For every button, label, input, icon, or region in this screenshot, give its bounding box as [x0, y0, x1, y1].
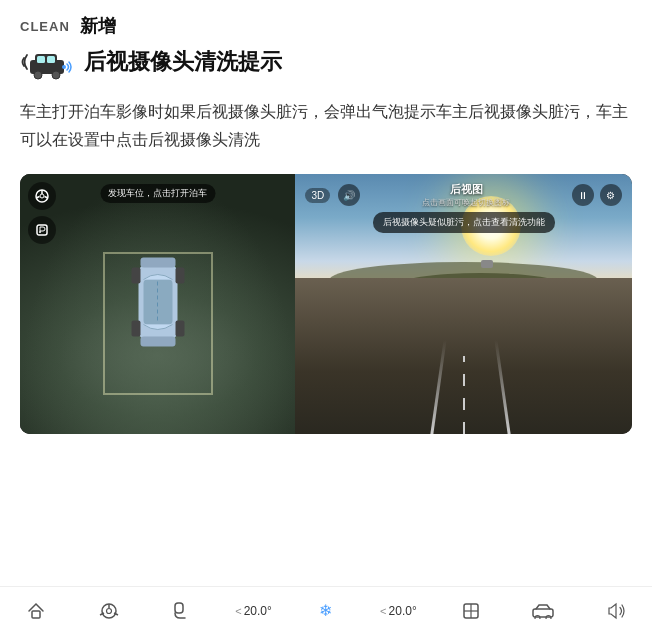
- svg-point-4: [34, 71, 42, 79]
- view-label-group: 后视图 点击画面可唤起切换图标: [422, 182, 510, 208]
- svg-point-6: [62, 65, 66, 69]
- right-top-bar: 3D 🔊 后视图 点击画面可唤起切换图标 ⏸ ⚙: [295, 182, 632, 208]
- right-top-left: 3D 🔊: [305, 184, 360, 206]
- road-line-right: [495, 340, 511, 434]
- temp-right-value: 20.0°: [389, 604, 417, 618]
- rear-view-sublabel: 点击画面可唤起切换图标: [422, 197, 510, 208]
- warning-toast[interactable]: 后视摄像头疑似脏污，点击查看清洗功能: [373, 212, 555, 233]
- svg-rect-16: [140, 258, 175, 268]
- right-panel: 3D 🔊 后视图 点击画面可唤起切换图标 ⏸ ⚙ 后视摄像头疑似脏污，点击查看清…: [295, 174, 632, 434]
- road-line-left: [430, 340, 446, 434]
- feature-title: 后视摄像头清洗提示: [84, 47, 282, 77]
- pause-button[interactable]: ⏸: [572, 184, 594, 206]
- nav-ac[interactable]: ❄: [290, 601, 362, 620]
- screenshot-container: 发现车位，点击打开泊车: [20, 174, 632, 434]
- temp-left-value: 20.0°: [244, 604, 272, 618]
- nav-window[interactable]: [435, 601, 507, 621]
- svg-rect-20: [131, 321, 140, 337]
- road-surface: [295, 278, 632, 434]
- svg-rect-18: [131, 268, 140, 284]
- settings-button[interactable]: ⚙: [600, 184, 622, 206]
- parking-label: 发现车位，点击打开泊车: [100, 184, 215, 203]
- snowflake-icon: ❄: [319, 601, 332, 620]
- rear-view-label: 后视图: [422, 182, 510, 197]
- bottom-nav: < 20.0° ❄ < 20.0°: [0, 586, 652, 634]
- nav-car[interactable]: [507, 603, 579, 619]
- svg-rect-17: [140, 337, 175, 347]
- sound-button[interactable]: 🔊: [338, 184, 360, 206]
- svg-point-8: [40, 194, 44, 198]
- header-row: CLEAN 新增: [20, 14, 632, 38]
- nav-seat[interactable]: [145, 601, 217, 621]
- nav-temp-right[interactable]: < 20.0°: [362, 604, 434, 618]
- car-topdown: [130, 250, 185, 359]
- nav-drive[interactable]: [72, 602, 144, 620]
- svg-rect-23: [32, 611, 40, 618]
- clean-tag: CLEAN: [20, 19, 70, 34]
- car-signal-icon: [20, 44, 74, 80]
- new-badge: 新增: [80, 14, 116, 38]
- svg-point-25: [106, 608, 111, 613]
- left-panel: 发现车位，点击打开泊车: [20, 174, 295, 434]
- description-text: 车主打开泊车影像时如果后视摄像头脏污，会弹出气泡提示车主后视摄像头脏污，车主可以…: [20, 98, 632, 154]
- temp-left-symbol: <: [235, 605, 241, 617]
- distant-car: [481, 260, 493, 268]
- title-row: 后视摄像头清洗提示: [20, 44, 632, 80]
- steering-icon[interactable]: [28, 182, 56, 210]
- temp-right-symbol: <: [380, 605, 386, 617]
- right-top-right: ⏸ ⚙: [572, 184, 622, 206]
- page-container: CLEAN 新增: [0, 0, 652, 634]
- svg-rect-29: [175, 603, 183, 613]
- nav-volume[interactable]: [580, 601, 652, 621]
- nav-home[interactable]: [0, 601, 72, 621]
- svg-rect-2: [37, 56, 45, 63]
- left-top-icons: [28, 182, 56, 244]
- svg-rect-3: [47, 56, 55, 63]
- svg-rect-19: [175, 268, 184, 284]
- svg-point-5: [52, 71, 60, 79]
- svg-rect-21: [175, 321, 184, 337]
- parking-icon[interactable]: [28, 216, 56, 244]
- 3d-button[interactable]: 3D: [305, 188, 330, 203]
- nav-temp-left[interactable]: < 20.0°: [217, 604, 289, 618]
